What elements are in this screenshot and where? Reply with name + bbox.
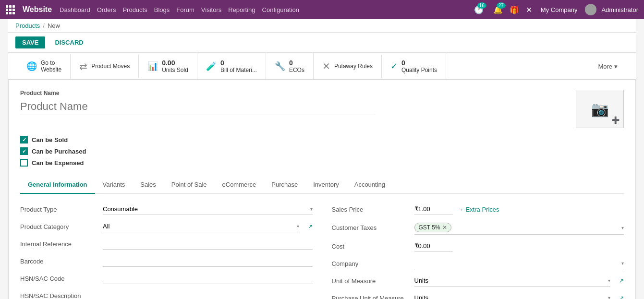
purchase-uom-label: Purchase Unit of Measure [332,295,409,299]
internal-reference-input[interactable] [103,238,313,250]
tab-ecommerce[interactable]: eCommerce [215,176,264,194]
smart-buttons-bar: 🌐 Go toWebsite ⇄ Product Moves 📊 0.00 Un… [8,53,636,80]
cost-input[interactable] [414,240,453,252]
hsn-code-label: HSN/SAC Code [20,275,97,282]
nav-configuration[interactable]: Configuration [262,6,299,13]
top-navigation: Website Dashboard Orders Products Blogs … [0,0,644,19]
messages-icon[interactable]: 🔔 27 [493,5,503,14]
tab-purchase[interactable]: Purchase [264,176,305,194]
customer-taxes-arrow[interactable]: ▾ [621,225,624,230]
cost-label: Cost [332,243,409,250]
gift-icon[interactable]: 🎁 [510,5,519,14]
company-label: Company [332,260,409,267]
tab-content-general: Product Type Consumable Storable Product… [20,194,624,299]
tab-pos[interactable]: Point of Sale [164,176,215,194]
breadcrumb-current: New [48,22,60,29]
putaway-label: Putaway Rules [334,63,373,70]
customer-taxes-label: Customer Taxes [332,224,409,231]
save-button[interactable]: SAVE [15,36,45,48]
company-row: Company ▾ [332,258,624,269]
discard-button[interactable]: DISCARD [50,36,88,48]
cost-row: Cost [332,240,624,252]
grid-menu-icon[interactable] [6,5,15,14]
putaway-rules-btn[interactable]: ✕ Putaway Rules [314,55,382,78]
product-name-label: Product Name [20,90,376,96]
uom-external-link[interactable]: ↗ [619,277,624,284]
ecos-btn[interactable]: 🔧 0 ECOs [266,53,314,79]
hsn-code-input[interactable] [103,273,313,284]
more-label: More [598,63,612,70]
can-be-expensed-label: Can be Expensed [32,159,84,167]
more-chevron-icon: ▾ [614,63,618,70]
breadcrumb-parent[interactable]: Products [15,22,40,29]
product-image-upload[interactable]: 📷 ➕ [576,90,624,128]
gst-tag-remove[interactable]: ✕ [442,224,447,231]
product-name-section: Product Name [20,90,376,115]
product-category-row: Product Category All ▾ ↗ [20,221,313,232]
tab-accounting[interactable]: Accounting [347,176,393,194]
tab-inventory[interactable]: Inventory [305,176,346,194]
arrow-right-icon: → [458,206,464,213]
units-sold-count: 0.00 [162,59,188,67]
user-avatar[interactable] [585,4,596,15]
company-select[interactable] [414,260,622,267]
bill-of-materials-btn[interactable]: 🧪 0 Bill of Materi... [197,53,266,79]
company-name: My Company [541,6,578,13]
sales-price-input[interactable] [414,203,453,215]
product-category-external-link[interactable]: ↗ [308,223,313,230]
bom-count: 0 [220,59,257,67]
bom-icon: 🧪 [206,61,217,72]
product-category-select[interactable]: All [103,223,297,230]
tab-sales[interactable]: Sales [133,176,164,194]
can-be-sold-label: Can be Sold [32,136,68,144]
barcode-input[interactable] [103,255,313,267]
quality-icon: ✓ [390,61,398,72]
check-mark: ✓ [22,137,26,143]
nav-visitors[interactable]: Visitors [201,6,221,13]
moves-icon: ⇄ [79,60,87,72]
tab-general[interactable]: General Information [20,176,95,194]
nav-reporting[interactable]: Reporting [228,6,255,13]
nav-products[interactable]: Products [122,6,147,13]
go-to-website-btn[interactable]: 🌐 Go toWebsite [18,54,71,79]
nav-blogs[interactable]: Blogs [154,6,170,13]
go-to-website-label: Go toWebsite [41,60,61,73]
nav-dashboard[interactable]: Dashboard [60,6,90,13]
unit-of-measure-label: Unit of Measure [332,277,409,285]
hsn-code-row: HSN/SAC Code [20,273,313,284]
product-type-select[interactable]: Consumable Storable Product Service [103,205,310,213]
product-category-arrow: ▾ [297,224,299,229]
gst-tag: GST 5% ✕ [414,223,451,232]
activities-icon[interactable]: 🕐 16 [474,5,484,14]
product-name-input[interactable] [20,98,376,115]
website-icon: 🌐 [26,61,37,72]
left-column: Product Type Consumable Storable Product… [20,203,313,299]
purchase-uom-external-link[interactable]: ↗ [619,295,624,299]
right-column: Sales Price → Extra Prices Customer Taxe… [332,203,624,299]
purchase-uom-select[interactable]: Units [414,294,608,299]
tab-variants[interactable]: Variants [95,176,133,194]
can-be-expensed-checkbox[interactable] [20,159,28,167]
breadcrumb: Products / New [8,19,636,33]
hsn-desc-input[interactable] [103,290,313,299]
product-moves-btn[interactable]: ⇄ Product Moves [71,55,139,78]
ecos-count: 0 [289,59,304,67]
extra-prices-link[interactable]: → Extra Prices [458,206,499,213]
quality-count: 0 [401,59,437,67]
hsn-desc-row: HSN/SAC Description [20,290,313,299]
can-be-purchased-checkbox[interactable]: ✓ [20,147,28,155]
can-be-sold-checkbox[interactable]: ✓ [20,136,28,144]
internal-reference-row: Internal Reference [20,238,313,250]
quality-points-btn[interactable]: ✓ 0 Quality Points [382,53,446,79]
nav-forum[interactable]: Forum [176,6,194,13]
more-button[interactable]: More ▾ [589,57,626,76]
ecos-label: ECOs [289,67,304,73]
unit-of-measure-select[interactable]: Units [414,277,608,284]
ecos-icon: 🔧 [275,61,285,72]
nav-orders[interactable]: Orders [97,6,116,13]
units-sold-btn[interactable]: 📊 0.00 Units Sold [139,53,197,79]
brand-logo: Website [23,5,52,14]
close-icon[interactable]: ✕ [526,5,532,14]
hsn-desc-label: HSN/SAC Description [20,292,97,299]
uom-arrow: ▾ [608,278,610,283]
